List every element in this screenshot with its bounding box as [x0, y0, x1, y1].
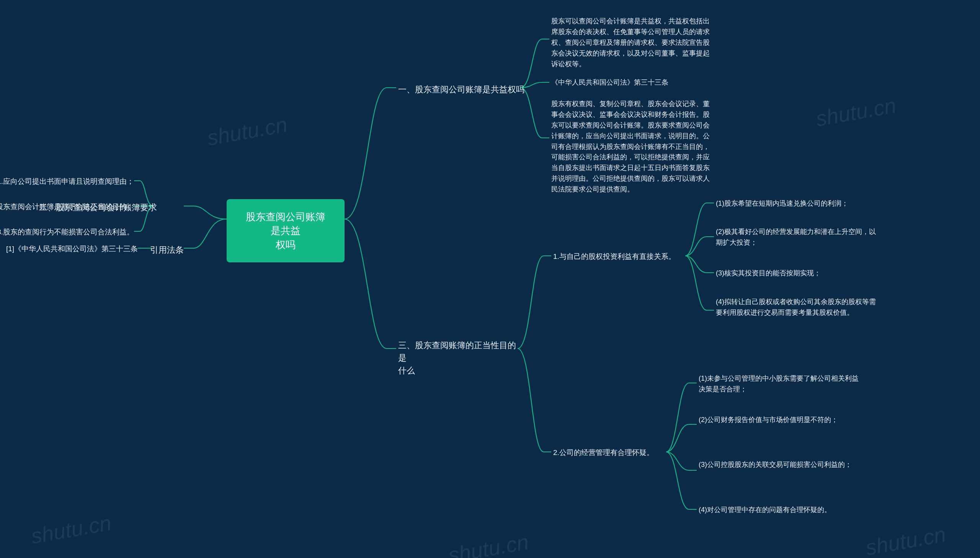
branch-ref-leaf: [1]《中华人民共和国公司法》第三十三条 — [6, 244, 138, 255]
branch-3-line2: 什么 — [398, 366, 415, 375]
branch-3-sub-2[interactable]: 2.公司的经营管理有合理怀疑。 — [553, 447, 654, 458]
root-line2: 权吗 — [241, 238, 330, 252]
branch-3-sub-2-leaf-4: (4)对公司管理中存在的问题有合理怀疑的。 — [699, 505, 831, 515]
branch-3-line1: 三、股东查阅账簿的正当性目的是 — [398, 340, 516, 363]
branch-1-leaf-3: 股东有权查阅、复制公司章程、股东会会议记录、董事会会议决议、监事会会议决议和财务… — [551, 99, 712, 195]
branch-ref[interactable]: 引用法条 — [150, 244, 184, 256]
branch-3-sub-1-leaf-2: (2)极其看好公司的经营发展能力和潜在上升空间，以期扩大投资； — [716, 227, 877, 248]
root-node[interactable]: 股东查阅公司账簿是共益 权吗 — [227, 199, 345, 263]
branch-2-leaf-2: 2.股东查阅会计账簿是基于合法正当的目的； — [0, 202, 134, 213]
branch-2-leaf-1: 1.应向公司提出书面申请且说明查阅理由； — [0, 176, 134, 187]
branch-3[interactable]: 三、股东查阅账簿的正当性目的是 什么 — [398, 339, 517, 377]
watermark: shutu.cn — [447, 529, 530, 558]
branch-2-leaf-3: 3.股东的查阅行为不能损害公司合法利益。 — [0, 227, 134, 238]
branch-3-sub-2-leaf-3: (3)公司控股股东的关联交易可能损害公司利益的； — [699, 460, 852, 470]
branch-1-leaf-1: 股东可以查阅公司会计账簿是共益权，共益权包括出席股东会的表决权、任免董事等公司管… — [551, 16, 712, 69]
branch-3-sub-2-leaf-1: (1)未参与公司管理的中小股东需要了解公司相关利益决策是否合理； — [699, 373, 859, 395]
branch-1-leaf-2: 《中华人民共和国公司法》第三十三条 — [551, 77, 668, 88]
branch-3-sub-1-leaf-3: (3)核实其投资目的能否按期实现； — [716, 268, 821, 279]
branch-3-sub-2-leaf-2: (2)公司财务报告价值与市场价值明显不符的； — [699, 415, 838, 425]
watermark: shutu.cn — [205, 112, 290, 151]
branch-1[interactable]: 一、股东查阅公司账簿是共益权吗 — [398, 83, 524, 96]
mindmap-canvas: shutu.cn shutu.cn shutu.cn shutu.cn shut… — [0, 0, 980, 558]
root-line1: 股东查阅公司账簿是共益 — [241, 210, 330, 238]
branch-3-sub-1-leaf-4: (4)拟转让自己股权或者收购公司其余股东的股权等需要利用股权进行交易而需要考量其… — [716, 297, 877, 318]
watermark: shutu.cn — [864, 522, 948, 558]
branch-3-sub-1[interactable]: 1.与自己的股权投资利益有直接关系。 — [553, 251, 676, 263]
branch-3-sub-1-leaf-1: (1)股东希望在短期内迅速兑换公司的利润； — [716, 199, 848, 209]
watermark: shutu.cn — [814, 93, 898, 131]
watermark: shutu.cn — [29, 510, 113, 549]
